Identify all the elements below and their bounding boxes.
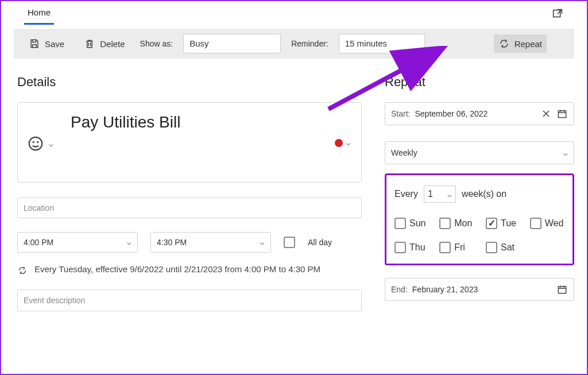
day-label: Wed [545, 218, 564, 229]
start-date-row[interactable]: Start: September 06, 2022 [385, 102, 574, 125]
delete-label: Delete [100, 39, 125, 49]
day-mon[interactable]: Mon [439, 218, 473, 229]
svg-point-4 [37, 142, 38, 142]
all-day-label: All day [308, 238, 332, 247]
calendar-icon[interactable] [556, 284, 568, 295]
popout-icon[interactable] [551, 7, 564, 22]
day-label: Mon [454, 218, 472, 229]
end-time-value: 4:30 PM [157, 233, 187, 252]
repeat-button-label: Repeat [514, 39, 542, 49]
save-button[interactable]: Save [24, 34, 69, 53]
weekly-options: Every 1 ⌵ week(s) on SunMonTueWedThuFriS… [385, 173, 574, 265]
day-wed[interactable]: Wed [530, 218, 564, 229]
svg-rect-5 [558, 111, 566, 118]
end-time-select[interactable]: 4:30 PM ⌵ [150, 232, 271, 253]
day-checkbox[interactable] [439, 218, 451, 229]
start-time-value: 4:00 PM [24, 233, 53, 252]
recurrence-icon [17, 265, 28, 276]
end-date-label: End: [391, 285, 408, 294]
day-label: Fri [454, 242, 465, 253]
reminder-select[interactable]: 15 minutes [339, 34, 425, 53]
reminder-label: Reminder: [291, 39, 328, 48]
day-checkbox[interactable] [439, 242, 451, 253]
save-icon [29, 38, 40, 49]
day-label: Sun [409, 218, 425, 229]
smiley-icon [27, 135, 44, 152]
repeat-heading: Repeat [385, 75, 574, 90]
day-label: Sat [501, 242, 514, 253]
day-checkbox[interactable] [530, 218, 541, 229]
recurrence-text: Every Tuesday, effective 9/6/2022 until … [34, 264, 320, 274]
day-checkbox[interactable] [394, 242, 406, 253]
day-sat[interactable]: Sat [486, 242, 517, 253]
tab-home[interactable]: Home [24, 4, 54, 25]
description-input[interactable]: Event description [17, 289, 362, 311]
toolbar: Save Delete Show as: Busy Reminder: 15 m… [14, 29, 574, 59]
day-thu[interactable]: Thu [394, 242, 427, 253]
chevron-down-icon: ⌵ [346, 138, 351, 147]
svg-point-3 [33, 142, 34, 142]
day-checkbox[interactable] [486, 218, 497, 229]
chevron-down-icon: ⌵ [260, 233, 265, 252]
frequency-select[interactable]: Weekly ⌵ [385, 141, 574, 164]
location-input[interactable]: Location [17, 198, 362, 218]
trash-icon [84, 38, 95, 49]
every-label: Every [394, 189, 418, 199]
repeat-button[interactable]: Repeat [494, 34, 547, 53]
chevron-down-icon: ⌵ [127, 233, 131, 252]
calendar-icon[interactable] [556, 108, 568, 119]
show-as-select[interactable]: Busy [183, 34, 281, 53]
chevron-down-icon: ⌵ [447, 190, 452, 199]
all-day-checkbox[interactable] [284, 237, 295, 248]
close-icon[interactable] [540, 108, 552, 119]
emoji-picker[interactable]: ⌵ [27, 135, 53, 152]
day-label: Thu [409, 242, 425, 253]
repeat-icon [498, 38, 510, 49]
day-checkbox[interactable] [486, 242, 497, 253]
event-card: Pay Utilities Bill ⌵ ⌵ [17, 102, 362, 183]
day-checkbox[interactable] [394, 218, 406, 229]
end-date-value: February 21, 2023 [412, 285, 552, 294]
private-button[interactable] [557, 36, 564, 52]
event-title[interactable]: Pay Utilities Bill [71, 113, 350, 132]
frequency-value: Weekly [391, 148, 417, 157]
interval-value: 1 [428, 189, 433, 199]
show-as-label: Show as: [140, 39, 173, 48]
svg-point-2 [29, 137, 42, 150]
start-date-label: Start: [391, 109, 410, 118]
every-unit: week(s) on [462, 189, 506, 199]
svg-rect-6 [558, 287, 566, 293]
category-picker[interactable]: ⌵ [335, 138, 351, 147]
interval-select[interactable]: 1 ⌵ [424, 185, 456, 203]
start-time-select[interactable]: 4:00 PM ⌵ [17, 232, 138, 253]
details-heading: Details [17, 75, 362, 90]
day-tue[interactable]: Tue [486, 218, 517, 229]
end-date-row[interactable]: End: February 21, 2023 [385, 278, 574, 301]
save-label: Save [45, 39, 64, 49]
day-sun[interactable]: Sun [394, 218, 427, 229]
day-fri[interactable]: Fri [439, 242, 473, 253]
svg-rect-0 [554, 10, 560, 17]
color-dot-icon [335, 139, 343, 147]
delete-button[interactable]: Delete [79, 34, 129, 53]
chevron-down-icon: ⌵ [49, 140, 53, 148]
day-label: Tue [501, 218, 516, 229]
start-date-value: September 06, 2022 [415, 109, 536, 118]
chevron-down-icon: ⌵ [563, 149, 568, 157]
